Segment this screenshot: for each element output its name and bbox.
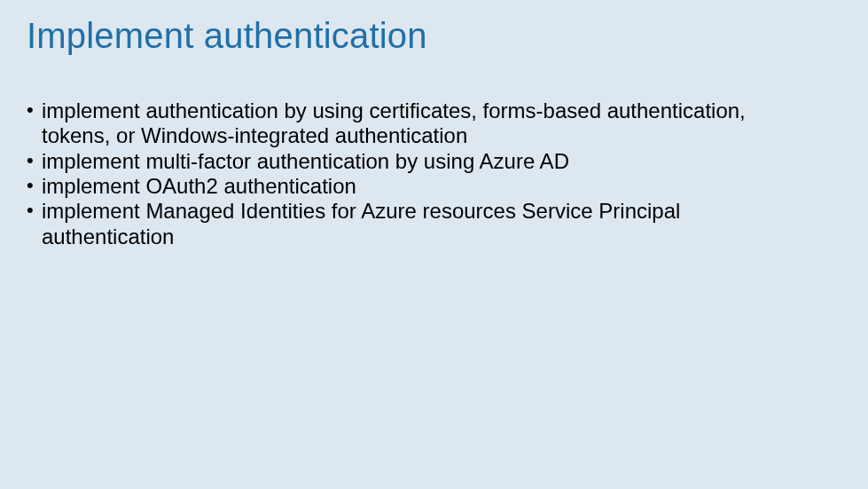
list-item: implement multi-factor authentication by… <box>27 149 815 174</box>
bullet-list: implement authentication by using certif… <box>0 99 868 249</box>
slide-title: Implement authentication <box>0 16 868 56</box>
list-item: implement Managed Identities for Azure r… <box>27 199 815 249</box>
list-item: implement authentication by using certif… <box>27 99 815 149</box>
list-item: implement OAuth2 authentication <box>27 174 815 199</box>
